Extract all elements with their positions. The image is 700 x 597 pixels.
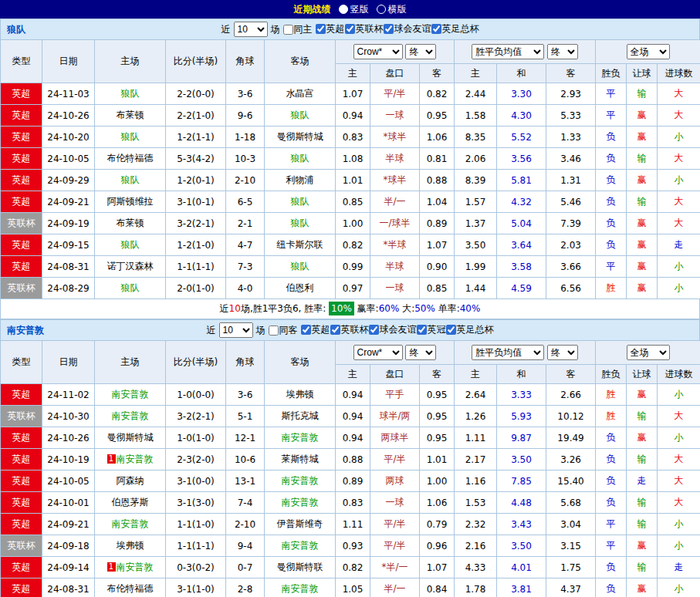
handicap-flag: 走	[627, 471, 658, 492]
corner-count: 6-5	[226, 191, 265, 213]
asian-final-select[interactable]: 终	[405, 44, 436, 59]
same-venue-label: 同主	[294, 23, 313, 36]
match-date: 24-08-29	[42, 278, 95, 299]
bookmaker-select[interactable]: Crow*	[353, 44, 403, 59]
europe-mean-select[interactable]: 胜平负均值	[472, 345, 544, 360]
euro-away-odds: 3.26	[546, 449, 596, 471]
europe-final-select[interactable]: 终	[547, 44, 578, 59]
league-filter[interactable]: 英超	[316, 22, 345, 35]
league-filter[interactable]: 英足总杯	[431, 22, 479, 35]
match-score: 1-1(1-0)	[166, 514, 226, 535]
league-filters: 英超英联杯球会友谊英冠英足总杯	[301, 323, 494, 337]
fullmatch-select[interactable]: 全场	[627, 44, 670, 59]
let-ball-header: 让球	[627, 64, 658, 83]
euro-draw-odds: 3.50	[497, 449, 546, 471]
home-team: 布莱顿	[95, 213, 166, 234]
handicap-flag: 输	[627, 514, 658, 535]
asian-away-odds: 0.96	[420, 535, 455, 557]
match-date: 24-08-31	[42, 256, 95, 278]
team-section-away: 南安普敦 近 10 场 同客 英超英联杯球会友谊英冠英足总杯 类型 日期 主场 …	[0, 319, 700, 597]
home-team: 狼队	[95, 126, 166, 148]
euro-draw-odds: 4.32	[497, 191, 546, 213]
league-filter-checkbox[interactable]	[316, 24, 326, 34]
league-type: 英超	[1, 170, 42, 191]
asian-away-odds: 0.95	[420, 406, 455, 427]
league-filter-checkbox[interactable]	[330, 325, 340, 335]
asian-handicap: *球半	[370, 170, 420, 191]
league-filter-checkbox[interactable]	[369, 325, 379, 335]
league-filter[interactable]: 球会友谊	[369, 323, 417, 336]
match-date: 24-10-05	[42, 471, 95, 492]
match-count-select[interactable]: 10	[234, 22, 268, 37]
league-filter-checkbox[interactable]	[431, 24, 441, 34]
results-table: 类型 日期 主场 比分(半场) 角球 客场 Crow* 终 胜平负均值 终 全场	[0, 340, 700, 597]
match-row: 英联杯24-09-18埃弗顿1-1(1-1)9-4南安普敦0.93平/半0.96…	[1, 535, 700, 557]
asian-home-odds: 0.82	[336, 557, 370, 578]
league-filter[interactable]: 英超	[301, 323, 330, 336]
handicap-flag: 赢	[627, 578, 658, 597]
league-filter-checkbox[interactable]	[301, 325, 311, 335]
same-venue-filter[interactable]: 同主	[283, 23, 313, 36]
summary-segment: 40%	[460, 303, 481, 314]
goals-flag: 小	[658, 278, 700, 299]
same-venue-checkbox[interactable]	[283, 25, 293, 35]
result-flag: 胜	[596, 278, 627, 299]
europe-mean-select[interactable]: 胜平负均值	[472, 44, 544, 59]
games-label: 场	[256, 324, 265, 337]
match-score: 0-3(0-2)	[166, 557, 226, 578]
goals-flag: 走	[658, 234, 700, 256]
euro-draw-odds: 9.87	[497, 427, 546, 449]
asian-handicap: 平/半	[370, 535, 420, 557]
asian-away-odds: 0.90	[420, 256, 455, 278]
asian-home-odds: 1.01	[336, 170, 370, 191]
league-filter-checkbox[interactable]	[417, 325, 427, 335]
bookmaker-select[interactable]: Crow*	[353, 345, 403, 360]
league-filter-checkbox[interactable]	[345, 24, 355, 34]
europe-final-select[interactable]: 终	[547, 345, 578, 360]
asian-away-odds: 0.79	[420, 514, 455, 535]
same-venue-filter[interactable]: 同客	[269, 324, 298, 337]
summary-segment: 10%	[329, 302, 354, 315]
match-score: 5-3(4-2)	[166, 148, 226, 170]
layout-radio-vertical[interactable]: 竖版	[339, 3, 369, 16]
away-team: 水晶宫	[265, 83, 336, 105]
asian-handicap: 一球	[370, 105, 420, 126]
match-date: 24-09-18	[42, 535, 95, 557]
match-row: 英超24-10-01伯恩茅斯3-1(3-0)7-4南安普敦0.83一球1.061…	[1, 492, 700, 514]
league-type: 英联杯	[1, 278, 42, 299]
home-team: 阿森纳	[95, 471, 166, 492]
match-score: 3-2(2-1)	[166, 406, 226, 427]
league-filter[interactable]: 英冠	[417, 323, 446, 336]
fullmatch-select[interactable]: 全场	[627, 345, 670, 360]
away-team: 狼队	[265, 256, 336, 278]
match-row: 英超24-10-05布伦特福德5-3(4-2)10-3狼队1.08半球0.812…	[1, 148, 700, 170]
match-count-select[interactable]: 10	[219, 322, 253, 338]
league-filter[interactable]: 英联杯	[330, 323, 369, 336]
layout-radio-horizontal[interactable]: 横版	[377, 3, 407, 16]
handicap-flag: 输	[627, 449, 658, 471]
col-score-header: 比分(半场)	[166, 40, 226, 83]
league-filter-checkbox[interactable]	[446, 325, 456, 335]
euro-away-header: 客	[546, 64, 596, 83]
league-filter-checkbox[interactable]	[384, 24, 394, 34]
result-flag: 平	[596, 256, 627, 278]
goals-flag: 小	[658, 535, 700, 557]
result-flag: 负	[596, 449, 627, 471]
radio-vertical-label: 竖版	[350, 3, 369, 16]
league-filter[interactable]: 球会友谊	[384, 22, 431, 35]
home-team: 埃弗顿	[95, 535, 166, 557]
radio-unselected-icon	[377, 5, 386, 14]
handicap-flag: 赢	[627, 170, 658, 191]
league-filter[interactable]: 英足总杯	[446, 323, 494, 336]
asian-final-select[interactable]: 终	[405, 345, 436, 360]
league-filter[interactable]: 英联杯	[345, 22, 384, 35]
match-score: 3-2(2-1)	[166, 213, 226, 234]
result-flag: 负	[596, 170, 627, 191]
asian-handicap: 一球	[370, 278, 420, 299]
goals-flag: 小	[658, 170, 700, 191]
result-flag: 胜	[596, 406, 627, 427]
home-team: 狼队	[95, 234, 166, 256]
league-filter-label: 英冠	[428, 323, 446, 336]
same-venue-checkbox[interactable]	[269, 325, 279, 336]
away-team: 纽卡斯尔联	[265, 234, 336, 256]
